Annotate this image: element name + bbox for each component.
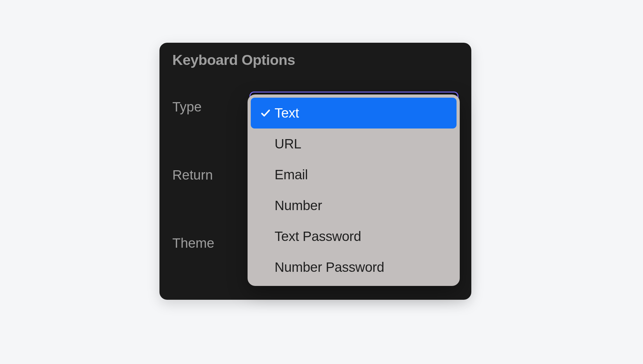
dropdown-item-number-password[interactable]: Number Password <box>251 252 457 283</box>
dropdown-item-label: Email <box>275 167 308 182</box>
type-dropdown-menu: Text URL Email Number Text Password Numb… <box>248 94 460 286</box>
dropdown-item-label: Text <box>275 105 299 121</box>
checkmark-icon <box>257 108 275 119</box>
dropdown-item-number[interactable]: Number <box>251 190 457 221</box>
dropdown-item-label: Number Password <box>275 260 384 275</box>
dropdown-item-url[interactable]: URL <box>251 129 457 159</box>
return-label: Return <box>172 167 249 183</box>
dropdown-item-text[interactable]: Text <box>251 98 457 129</box>
panel-title: Keyboard Options <box>172 52 458 68</box>
dropdown-item-email[interactable]: Email <box>251 159 457 190</box>
dropdown-item-label: Number <box>275 198 322 213</box>
type-label: Type <box>172 99 249 115</box>
theme-label: Theme <box>172 235 249 251</box>
dropdown-item-text-password[interactable]: Text Password <box>251 221 457 252</box>
dropdown-item-label: Text Password <box>275 229 361 244</box>
dropdown-item-label: URL <box>275 136 301 152</box>
